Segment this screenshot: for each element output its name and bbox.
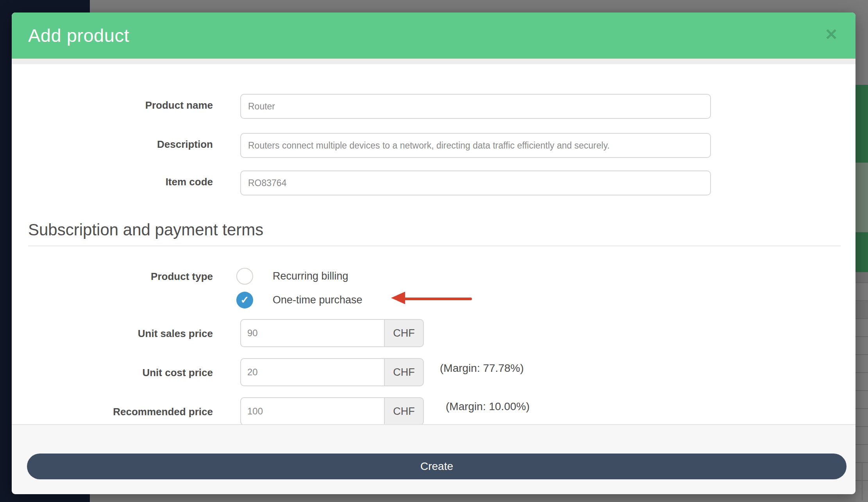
unit-sales-price-label: Unit sales price — [12, 328, 213, 340]
section-heading: Subscription and payment terms — [28, 221, 263, 239]
item-code-input[interactable] — [240, 170, 711, 195]
radio-one-time-purchase[interactable]: ✓ — [236, 292, 253, 308]
currency-addon: CHF — [385, 319, 424, 347]
currency-addon: CHF — [385, 358, 424, 386]
unit-sales-price-input[interactable] — [240, 319, 385, 347]
unit-sales-price-group: CHF — [240, 319, 424, 347]
recommended-margin-note: (Margin: 10.00%) — [446, 400, 530, 413]
cost-margin-note: (Margin: 77.78%) — [440, 362, 524, 375]
radio-recurring-billing-label[interactable]: Recurring billing — [273, 270, 348, 282]
product-name-input[interactable] — [240, 94, 711, 119]
header-divider-strip — [12, 59, 855, 64]
backdrop-table-fragment — [855, 272, 868, 502]
recommended-price-group: CHF — [240, 397, 424, 425]
close-icon[interactable]: ✕ — [820, 23, 842, 45]
modal-title: Add product — [28, 13, 129, 59]
modal-footer: Create — [12, 424, 855, 494]
product-name-label: Product name — [12, 99, 213, 111]
section-divider — [28, 246, 841, 246]
unit-cost-price-input[interactable] — [240, 358, 385, 386]
check-icon: ✓ — [241, 294, 249, 306]
add-product-modal: Add product ✕ Product name Description I… — [12, 13, 855, 493]
backdrop-green-panel — [855, 85, 868, 163]
red-arrow-annotation-line — [404, 298, 472, 300]
backdrop-chart-fragment — [855, 163, 868, 232]
radio-one-time-purchase-label[interactable]: One-time purchase — [273, 294, 363, 306]
description-label: Description — [12, 138, 213, 151]
currency-addon: CHF — [385, 397, 424, 425]
create-button[interactable]: Create — [27, 454, 847, 479]
description-input[interactable] — [240, 133, 711, 158]
radio-recurring-billing[interactable] — [236, 268, 253, 285]
backdrop-green-panel-2 — [855, 232, 868, 272]
unit-cost-price-group: CHF — [240, 358, 424, 386]
recommended-price-input[interactable] — [240, 397, 385, 425]
product-type-label: Product type — [12, 271, 213, 283]
modal-header: Add product ✕ — [12, 13, 855, 59]
red-arrow-annotation-head — [391, 292, 405, 304]
item-code-label: Item code — [12, 176, 213, 188]
unit-cost-price-label: Unit cost price — [12, 367, 213, 379]
recommended-price-label: Recommended price — [12, 406, 213, 418]
